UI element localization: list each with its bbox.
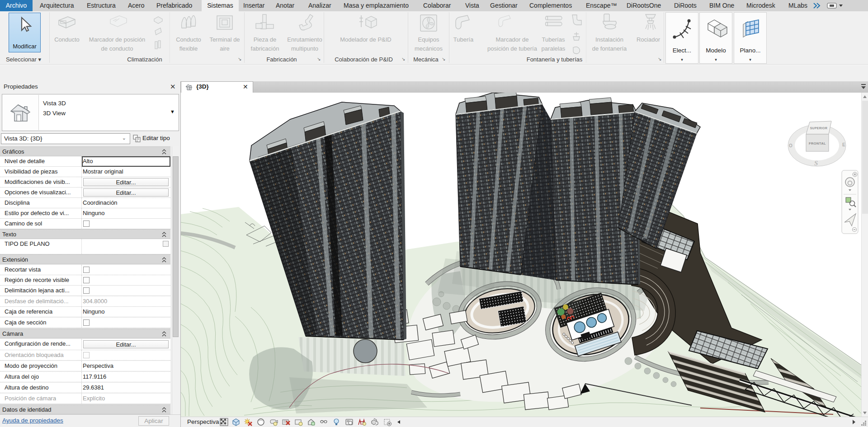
svg-text:FRONTAL: FRONTAL [809, 141, 826, 145]
svg-text:S: S [814, 160, 818, 167]
svg-text:O: O [789, 143, 793, 148]
svg-text:SUPERIOR: SUPERIOR [810, 127, 828, 130]
svg-text:E: E [842, 142, 845, 147]
